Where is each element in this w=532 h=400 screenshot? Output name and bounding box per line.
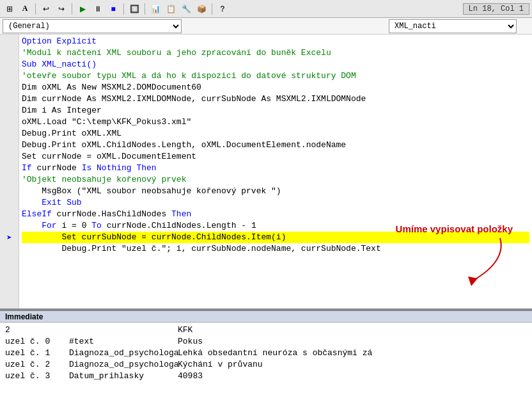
toolbar-btn-redo[interactable]: ↪ [54, 2, 68, 16]
code-line-19: Debug.Print "uzel č."; i, currSubNode.no… [22, 243, 529, 255]
gutter-line-9 [0, 128, 19, 140]
code-token: 'Objekt neobsahuje kořenový prvek [22, 174, 186, 186]
gutter-line-16 [0, 209, 19, 220]
context-dropdown[interactable]: (General) [3, 19, 182, 33]
editor-container: ➤ Option Explicit 'Modul k načtení XML s… [0, 35, 532, 310]
immediate-line-4: uzel č. 2 Diagnoza_od_psychologa Kýchání… [5, 358, 527, 370]
svg-marker-0 [468, 276, 478, 286]
line-gutter: ➤ [0, 35, 19, 308]
code-token: Debug.Print "uzel č."; i, currSubNode.no… [22, 243, 381, 255]
toolbar-btn-package[interactable]: 📦 [194, 2, 208, 16]
imm-col2-2: #text [69, 337, 178, 346]
immediate-content[interactable]: 2 KFK uzel č. 0 #text Pokus uzel č. 1 Di… [0, 323, 532, 400]
toolbar-status: Ln 18, Col 1 [463, 3, 529, 15]
gutter-line-19 [0, 243, 19, 255]
code-line-3: Sub XML_nacti() [22, 59, 529, 70]
code-line-7: Dim i As Integer [22, 105, 529, 116]
toolbar-sep-2 [72, 3, 72, 15]
gutter-line-12 [0, 163, 19, 174]
code-token: Debug.Print oXML.ChildNodes.Length, oXML… [22, 140, 346, 151]
code-line-16: ElseIf currNode.HasChildNodes Then [22, 209, 529, 220]
code-token: For i = 0 To currNode.ChildNodes.Length … [22, 220, 256, 232]
toolbar-btn-chart[interactable]: 📊 [148, 2, 162, 16]
code-line-18: Set currSubNode = currNode.ChildNodes.It… [22, 232, 529, 243]
code-line-5: Dim oXML As New MSXML2.DOMDocument60 [22, 82, 529, 93]
immediate-line-3: uzel č. 1 Diagnoza_od_psychologa Lehká o… [5, 347, 527, 358]
gutter-line-15 [0, 197, 19, 209]
code-token: Set currNode = oXML.DocumentElement [22, 151, 196, 163]
gutter-line-17 [0, 220, 19, 232]
imm-col1-5: uzel č. 3 [5, 371, 69, 381]
toolbar-sep-3 [123, 3, 124, 15]
immediate-header: Immediate [0, 310, 532, 323]
code-line-14: MsgBox ("XML soubor neobsahuje kořenový … [22, 186, 529, 197]
gutter-line-13 [0, 174, 19, 186]
code-token: Exit Sub [22, 197, 82, 209]
imm-col2-4: Diagnoza_od_psychologa [69, 360, 178, 369]
immediate-title: Immediate [5, 312, 43, 321]
gutter-line-6 [0, 93, 19, 105]
code-line-4: 'otevře soubor typu XML a dá ho k dispoz… [22, 70, 529, 82]
gutter-arrow-18: ➤ [0, 232, 19, 243]
gutter-line-5 [0, 82, 19, 93]
toolbar: ⊞ A ↩ ↪ ▶ ⏸ ■ 🔲 📊 📋 🔧 📦 ? Ln 18, Col 1 [0, 0, 532, 18]
toolbar-btn-undo[interactable]: ↩ [39, 2, 53, 16]
code-line-17: For i = 0 To currNode.ChildNodes.Length … [22, 220, 529, 232]
toolbar-btn-clipboard[interactable]: 📋 [164, 2, 178, 16]
immediate-line-2: uzel č. 0 #text Pokus [5, 335, 527, 347]
imm-col3-1: KFK [178, 325, 192, 335]
code-token: oXML.Load "C:\temp\KFK_Pokus3.xml" [22, 116, 191, 128]
imm-col2-5: Datum_prihlasky [69, 371, 178, 381]
toolbar-sep-4 [145, 3, 145, 15]
imm-col1-4: uzel č. 2 [5, 360, 69, 369]
gutter-line-8 [0, 116, 19, 128]
code-token: Dim currNode As MSXML2.IXMLDOMNode, curr… [22, 93, 366, 105]
code-token: Option Explicit [22, 36, 97, 47]
code-line-6: Dim currNode As MSXML2.IXMLDOMNode, curr… [22, 93, 529, 105]
dropbar: (General) XML_nacti [0, 18, 532, 35]
toolbar-sep-1 [35, 3, 36, 15]
immediate-window: Immediate 2 KFK uzel č. 0 #text Pokus uz… [0, 310, 532, 400]
imm-col1-3: uzel č. 1 [5, 348, 69, 358]
imm-col3-5: 40983 [178, 371, 203, 381]
code-line-12: If currNode Is Nothing Then [22, 163, 529, 174]
code-token: Set currSubNode = currNode.ChildNodes.It… [22, 232, 286, 243]
code-token: 'Modul k načtení XML souboru a jeho zpra… [22, 47, 331, 59]
toolbar-btn-a[interactable]: A [18, 2, 32, 16]
gutter-line-11 [0, 151, 19, 163]
immediate-line-1: 2 KFK [5, 324, 527, 335]
code-line-15: Exit Sub [22, 197, 529, 209]
code-token: MsgBox ("XML soubor neobsahuje kořenový … [22, 186, 281, 197]
immediate-line-5: uzel č. 3 Datum_prihlasky 40983 [5, 370, 527, 381]
toolbar-sep-5 [212, 3, 212, 15]
code-token: If currNode Is Nothing Then [22, 163, 157, 174]
code-line-11: Set currNode = oXML.DocumentElement [22, 151, 529, 163]
gutter-line-14 [0, 186, 19, 197]
imm-col1-2: uzel č. 0 [5, 337, 69, 346]
gutter-line-7 [0, 105, 19, 116]
code-line-1: Option Explicit [22, 36, 529, 47]
code-line-13: 'Objekt neobsahuje kořenový prvek [22, 174, 529, 186]
toolbar-btn-pause[interactable]: ⏸ [91, 2, 105, 16]
imm-col3-4: Kýchání v průvanu [178, 360, 263, 369]
code-editor[interactable]: Option Explicit 'Modul k načtení XML sou… [19, 35, 532, 308]
gutter-line-1 [0, 36, 19, 47]
procedure-dropdown[interactable]: XML_nacti [389, 19, 517, 33]
imm-col3-2: Pokus [178, 337, 203, 346]
toolbar-btn-help[interactable]: ? [215, 2, 230, 16]
code-token: ElseIf currNode.HasChildNodes Then [22, 209, 191, 220]
toolbar-btn-design[interactable]: 🔲 [127, 2, 141, 16]
imm-col2-3: Diagnoza_od_psychologa [69, 348, 178, 358]
toolbar-btn-grid[interactable]: ⊞ [3, 2, 17, 16]
code-line-10: Debug.Print oXML.ChildNodes.Length, oXML… [22, 140, 529, 151]
toolbar-btn-settings[interactable]: 🔧 [179, 2, 193, 16]
gutter-line-2 [0, 47, 19, 59]
code-token: Dim i As Integer [22, 105, 102, 116]
code-token: Debug.Print oXML.XML [22, 128, 121, 140]
toolbar-btn-run[interactable]: ▶ [75, 2, 90, 16]
code-token: Dim oXML As New MSXML2.DOMDocument60 [22, 82, 201, 93]
gutter-line-10 [0, 140, 19, 151]
code-line-9: Debug.Print oXML.XML [22, 128, 529, 140]
imm-col1-1: 2 [5, 325, 69, 335]
toolbar-btn-stop[interactable]: ■ [106, 2, 120, 16]
